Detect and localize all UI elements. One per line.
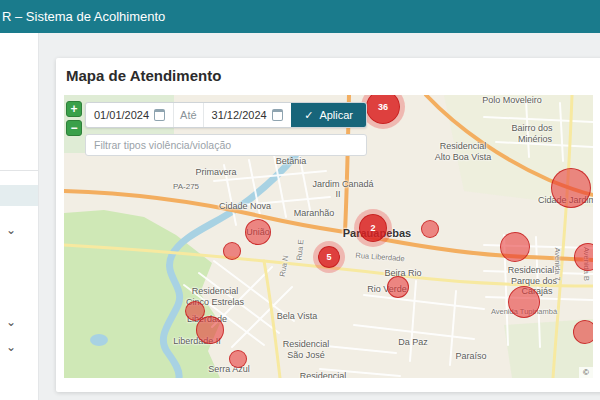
incident-marker[interactable]: [196, 316, 224, 344]
sidebar-divider: [0, 170, 38, 171]
incident-marker[interactable]: [508, 286, 540, 318]
date-from-field[interactable]: 01/01/2024: [86, 103, 173, 127]
map-container[interactable]: Polo MoveleiroResidencialAlto Boa VistaB…: [64, 95, 593, 378]
chevron-down-icon[interactable]: ⌄: [6, 341, 16, 353]
zoom-control: + −: [66, 101, 82, 139]
violence-type-filter-input[interactable]: [85, 134, 367, 156]
filter-field-wrap: [85, 134, 367, 156]
incident-marker[interactable]: [229, 350, 247, 368]
app-header: R – Sistema de Acolhimento: [0, 0, 600, 33]
incident-marker[interactable]: 2: [359, 214, 387, 242]
incident-marker[interactable]: [500, 232, 530, 262]
date-to-field[interactable]: 31/12/2024: [204, 103, 291, 127]
date-from-value: 01/01/2024: [94, 109, 149, 121]
app-title: R – Sistema de Acolhimento: [2, 9, 165, 24]
incident-marker[interactable]: [223, 242, 241, 260]
page-title: Mapa de Atendimento: [66, 67, 221, 84]
apply-button-label: Aplicar: [319, 109, 353, 121]
map-card: Mapa de Atendimento: [56, 58, 600, 392]
chevron-down-icon[interactable]: ⌄: [6, 224, 16, 236]
calendar-icon[interactable]: [154, 109, 165, 121]
map-attribution[interactable]: ©: [579, 367, 593, 378]
incident-marker[interactable]: [421, 220, 439, 238]
chevron-down-icon[interactable]: ⌄: [6, 316, 16, 328]
sidebar-item-active[interactable]: [0, 185, 38, 206]
incident-marker[interactable]: 5: [318, 246, 340, 268]
date-to-value: 31/12/2024: [212, 109, 267, 121]
check-icon: ✓: [304, 109, 313, 122]
date-range-bar: 01/01/2024 Até 31/12/2024 ✓ Aplicar: [85, 102, 367, 128]
incident-marker[interactable]: [573, 320, 593, 344]
calendar-icon[interactable]: [272, 109, 283, 121]
incident-marker[interactable]: [387, 276, 409, 298]
incident-marker[interactable]: [245, 219, 271, 245]
zoom-out-button[interactable]: −: [66, 120, 82, 136]
sidebar: ⌄ ⌄ ⌄: [0, 33, 39, 400]
incident-marker[interactable]: [185, 301, 205, 321]
apply-button[interactable]: ✓ Aplicar: [291, 103, 366, 127]
date-range-separator: Até: [173, 103, 204, 127]
zoom-in-button[interactable]: +: [66, 101, 82, 117]
incident-marker[interactable]: [551, 168, 591, 208]
